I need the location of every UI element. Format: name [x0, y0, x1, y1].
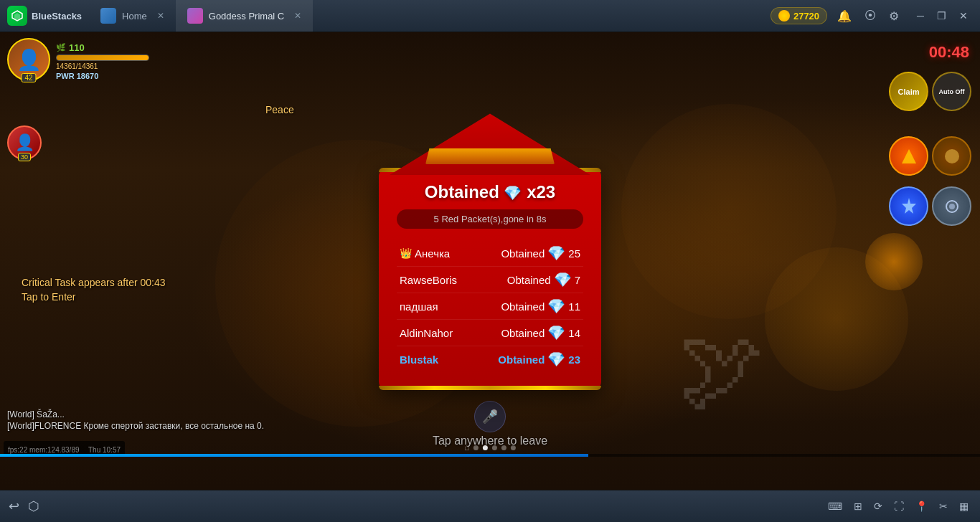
bottom-left: ↩ ⬡ — [9, 498, 39, 514]
bluestacks-icon — [7, 6, 27, 26]
lb-obtained-label-1: Obtained — [501, 247, 545, 260]
settings-icon[interactable]: ⚙ — [886, 6, 902, 26]
coin-icon — [778, 10, 790, 22]
gem-icon-header: 💎 — [504, 184, 522, 201]
tab-home[interactable]: Home ✕ — [89, 0, 176, 32]
svg-marker-1 — [14, 13, 20, 20]
minimize-btn[interactable]: ─ — [913, 9, 928, 23]
restore-btn[interactable]: ❐ — [933, 9, 950, 23]
grid-icon[interactable]: ▦ — [956, 498, 971, 515]
bottom-right: ⌨ ⊞ ⟳ ⛶ 📍 ✂ ▦ — [825, 498, 971, 515]
lb-amount-5: 23 — [568, 353, 580, 366]
obtained-text: Obtained — [425, 182, 499, 201]
lb-row-2: RawseBoris Obtained 💎 7 — [397, 267, 583, 293]
packets-info: 5 Red Packet(s),gone in 8s — [397, 209, 583, 229]
lb-obtained-1: Obtained 💎 25 — [501, 245, 580, 262]
red-envelope-popup: Obtained 💎 x23 5 Red Packet(s),gone in 8… — [375, 110, 605, 412]
game-area: 🕊 👤 42 🌿 110 14361/14361 PWR 18670 👤 30 — [0, 32, 980, 490]
lb-username-1: Анечка — [415, 247, 450, 260]
recent-apps-icon[interactable]: ⬡ — [28, 498, 39, 514]
crown-icon-1: 👑 — [400, 247, 412, 259]
lb-row-4: AldinNahor Obtained 💎 14 — [397, 320, 583, 346]
lb-username-2: RawseBoris — [400, 274, 457, 286]
home-tab-icon — [100, 8, 116, 24]
scissors-icon[interactable]: ✂ — [936, 498, 951, 515]
lb-obtained-4: Obtained 💎 14 — [501, 324, 580, 341]
lb-name-1: 👑 Анечка — [400, 247, 450, 260]
window-controls: ─ ❐ ✕ — [913, 9, 971, 23]
coins-amount: 27720 — [793, 11, 819, 22]
tab-home-close[interactable]: ✕ — [157, 11, 164, 21]
keyboard-icon[interactable]: ⌨ — [825, 498, 845, 515]
lb-name-2: RawseBoris — [400, 274, 457, 286]
leaderboard: 👑 Анечка Obtained 💎 25 RawseBoris — [397, 240, 583, 372]
lb-amount-2: 7 — [575, 274, 580, 286]
lb-amount-1: 25 — [568, 247, 580, 260]
rotate-icon[interactable]: ⟳ — [871, 498, 885, 515]
tab-home-label: Home — [122, 11, 147, 22]
tab-game[interactable]: Goddess Primal C ✕ — [176, 0, 313, 32]
titlebar: BlueStacks Home ✕ Goddess Primal C ✕ 277… — [0, 0, 980, 32]
gem-count: x23 — [527, 182, 555, 201]
screen-icon[interactable]: ⛶ — [891, 498, 907, 515]
tab-game-close[interactable]: ✕ — [294, 11, 301, 21]
display-icon[interactable]: ⊞ — [851, 498, 865, 515]
tap-to-leave-text: Tap anywhere to leave — [433, 435, 547, 447]
notification-icon[interactable]: 🔔 — [834, 6, 854, 26]
bluestacks-label: BlueStacks — [32, 11, 82, 22]
lb-username-3: падшая — [400, 300, 438, 313]
lb-amount-3: 11 — [568, 300, 580, 313]
bluestacks-logo[interactable]: BlueStacks — [0, 6, 89, 26]
close-window-btn[interactable]: ✕ — [956, 9, 971, 23]
game-tab-icon — [187, 8, 203, 24]
gem-icon-3: 💎 — [547, 298, 565, 315]
gem-icon-4: 💎 — [547, 324, 565, 341]
lb-obtained-5: Obtained 💎 23 — [498, 351, 580, 368]
lb-obtained-3: Obtained 💎 11 — [501, 298, 580, 315]
envelope-flap — [390, 110, 590, 175]
lb-obtained-2: Obtained 💎 7 — [507, 271, 580, 288]
lb-row-1: 👑 Анечка Obtained 💎 25 — [397, 240, 583, 267]
location-icon[interactable]: 📍 — [913, 498, 930, 515]
back-icon[interactable]: ↩ — [9, 498, 19, 514]
lb-obtained-label-4: Obtained — [501, 327, 545, 339]
lb-name-4: AldinNahor — [400, 327, 453, 339]
lb-username-5: Blustak — [400, 353, 438, 366]
envelope-body: Obtained 💎 x23 5 Red Packet(s),gone in 8… — [379, 168, 601, 390]
gem-icon-5: 💎 — [547, 351, 565, 368]
lb-obtained-label-2: Obtained — [507, 274, 551, 286]
lb-name-3: падшая — [400, 300, 438, 313]
lb-row-5: Blustak Obtained 💎 23 — [397, 346, 583, 372]
camera-icon[interactable]: ⦿ — [862, 6, 879, 25]
titlebar-right: 27720 🔔 ⦿ ⚙ ─ ❐ ✕ — [771, 6, 980, 26]
gem-icon-2: 💎 — [554, 271, 572, 288]
gem-icon-1: 💎 — [547, 245, 565, 262]
lb-name-5: Blustak — [400, 353, 438, 366]
tab-game-label: Goddess Primal C — [209, 11, 284, 22]
lb-row-3: падшая Obtained 💎 11 — [397, 293, 583, 320]
obtained-header: Obtained 💎 x23 — [397, 182, 583, 202]
popup-overlay[interactable]: Obtained 💎 x23 5 Red Packet(s),gone in 8… — [0, 32, 980, 490]
bottom-bar: ↩ ⬡ ⌨ ⊞ ⟳ ⛶ 📍 ✂ ▦ — [0, 490, 980, 522]
coins-display: 27720 — [771, 7, 827, 24]
lb-obtained-label-3: Obtained — [501, 300, 545, 313]
lb-username-4: AldinNahor — [400, 327, 453, 339]
lb-obtained-label-5: Obtained — [498, 353, 545, 366]
lb-amount-4: 14 — [568, 327, 580, 339]
packets-info-text: 5 Red Packet(s),gone in 8s — [434, 214, 547, 224]
